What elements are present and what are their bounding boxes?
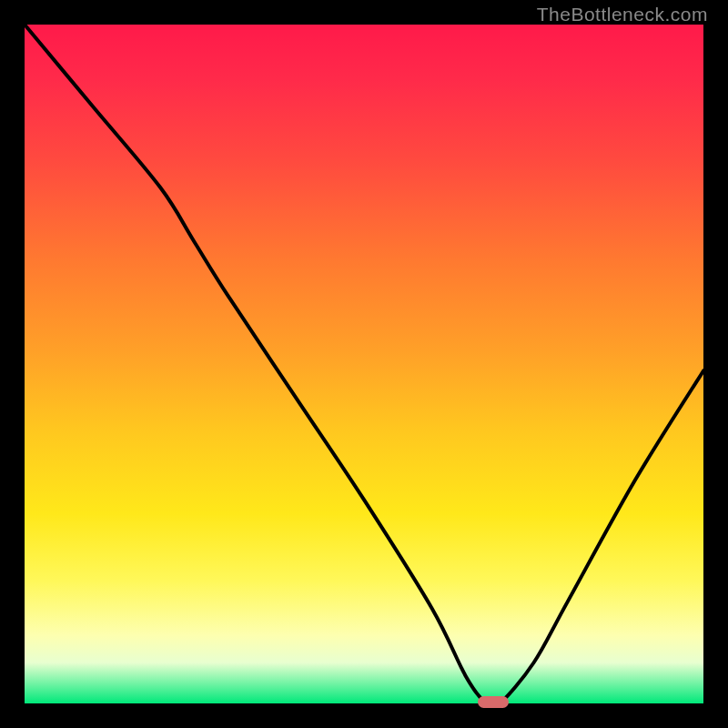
optimum-marker — [478, 696, 509, 708]
watermark-text: TheBottleneck.com — [537, 4, 708, 25]
curve-path — [25, 25, 703, 703]
line-chart — [25, 25, 703, 703]
